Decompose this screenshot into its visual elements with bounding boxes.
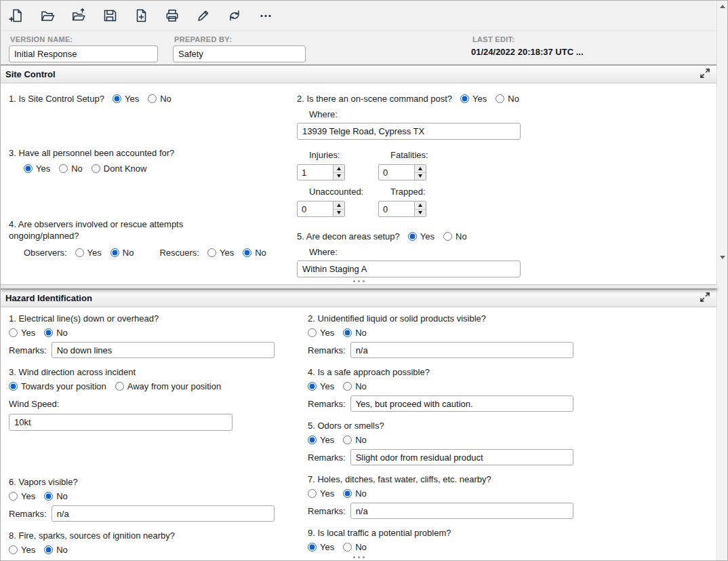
radio-input[interactable] xyxy=(148,94,157,103)
radio-input[interactable] xyxy=(460,94,469,103)
radio-input[interactable] xyxy=(44,328,53,337)
radio-input[interactable] xyxy=(496,94,504,103)
radio-option[interactable]: No xyxy=(343,381,367,391)
spinner-up-button[interactable] xyxy=(415,165,426,173)
radio-option[interactable]: Away from your position xyxy=(115,381,222,391)
radio-option[interactable]: No xyxy=(44,328,68,338)
radio-option[interactable]: Yes xyxy=(308,435,334,445)
open-button[interactable] xyxy=(39,7,56,24)
radio-input[interactable] xyxy=(343,328,352,337)
radio-input[interactable] xyxy=(110,248,119,257)
spinner-up-button[interactable] xyxy=(415,201,426,210)
scroll-down-button[interactable] xyxy=(717,252,728,263)
radio-input[interactable] xyxy=(243,248,251,257)
add-document-button[interactable] xyxy=(133,7,149,24)
radio-input[interactable] xyxy=(9,382,18,391)
print-button[interactable] xyxy=(164,7,180,24)
radio-option[interactable]: Yes xyxy=(308,381,334,391)
radio-option[interactable]: Yes xyxy=(308,488,334,499)
q1-remarks-input[interactable] xyxy=(52,342,275,358)
vertical-scrollbar[interactable] xyxy=(716,1,727,560)
radio-input[interactable] xyxy=(308,382,317,391)
radio-input[interactable] xyxy=(44,492,53,501)
spinner-down-button[interactable] xyxy=(333,210,344,217)
radio-input[interactable] xyxy=(44,545,53,554)
trapped-input[interactable] xyxy=(379,201,414,216)
radio-option[interactable]: Yes xyxy=(308,542,334,552)
radio-input[interactable] xyxy=(75,248,84,257)
radio-option[interactable]: No xyxy=(343,435,367,445)
radio-option[interactable]: Yes xyxy=(113,94,139,104)
expand-section-button[interactable] xyxy=(699,69,711,81)
radio-input[interactable] xyxy=(443,232,452,241)
radio-option[interactable]: Yes xyxy=(408,231,434,241)
more-options-button[interactable] xyxy=(258,7,274,24)
radio-option[interactable]: No xyxy=(44,545,68,555)
radio-option[interactable]: No xyxy=(343,488,367,499)
refresh-button[interactable] xyxy=(226,7,243,24)
save-button[interactable] xyxy=(102,7,118,24)
radio-input[interactable] xyxy=(343,489,352,498)
radio-option[interactable]: Dont Know xyxy=(92,163,147,174)
radio-option[interactable]: Yes xyxy=(9,328,35,338)
new-document-button[interactable] xyxy=(8,7,24,24)
section-resize-grip[interactable] xyxy=(1,280,717,282)
radio-option[interactable]: No xyxy=(343,542,367,552)
section-resize-grip[interactable] xyxy=(1,556,717,558)
section-splitter[interactable] xyxy=(1,284,717,289)
radio-option[interactable]: No xyxy=(148,94,171,104)
q2-remarks-input[interactable] xyxy=(350,342,573,358)
radio-option[interactable]: Yes xyxy=(24,163,50,174)
command-post-where-input[interactable] xyxy=(297,123,521,140)
expand-section-button[interactable] xyxy=(699,292,711,305)
spinner-down-button[interactable] xyxy=(415,210,426,217)
radio-input[interactable] xyxy=(343,436,352,444)
radio-input[interactable] xyxy=(92,164,100,173)
q5-remarks-input[interactable] xyxy=(350,449,573,465)
export-button[interactable] xyxy=(70,7,87,24)
prepared-by-input[interactable] xyxy=(173,45,306,62)
decon-where-input[interactable] xyxy=(297,260,521,277)
radio-option[interactable]: Yes xyxy=(75,248,102,258)
radio-option[interactable]: Yes xyxy=(9,545,35,555)
radio-option[interactable]: No xyxy=(343,328,367,338)
version-name-input[interactable] xyxy=(9,45,158,62)
fatalities-input[interactable] xyxy=(379,165,414,180)
unaccounted-input[interactable] xyxy=(298,201,333,216)
edit-button[interactable] xyxy=(195,7,211,24)
radio-input[interactable] xyxy=(24,164,33,173)
radio-option[interactable]: Yes xyxy=(9,491,35,501)
q7-remarks-input[interactable] xyxy=(350,503,573,519)
spinner-down-button[interactable] xyxy=(333,173,344,180)
injuries-input[interactable] xyxy=(298,165,333,180)
spinner-up-button[interactable] xyxy=(333,201,344,210)
radio-input[interactable] xyxy=(308,543,317,552)
radio-input[interactable] xyxy=(343,382,352,391)
radio-input[interactable] xyxy=(9,545,18,554)
scroll-up-button[interactable] xyxy=(717,1,728,12)
radio-input[interactable] xyxy=(308,328,317,337)
radio-input[interactable] xyxy=(308,489,317,498)
radio-option[interactable]: No xyxy=(59,163,83,174)
radio-option[interactable]: Yes xyxy=(308,328,334,338)
radio-option[interactable]: No xyxy=(496,94,519,104)
radio-input[interactable] xyxy=(308,436,317,444)
radio-input[interactable] xyxy=(343,543,352,552)
radio-option[interactable]: Yes xyxy=(207,248,234,258)
wind-speed-input[interactable] xyxy=(9,414,232,431)
radio-input[interactable] xyxy=(9,328,18,337)
radio-option[interactable]: Towards your position xyxy=(9,381,106,391)
radio-option[interactable]: No xyxy=(243,248,266,258)
radio-input[interactable] xyxy=(408,232,417,241)
radio-input[interactable] xyxy=(59,164,68,173)
radio-option[interactable]: No xyxy=(44,491,68,501)
q6-remarks-input[interactable] xyxy=(52,505,275,522)
radio-option[interactable]: Yes xyxy=(460,94,487,104)
radio-input[interactable] xyxy=(9,492,18,501)
q4-remarks-input[interactable] xyxy=(350,395,573,412)
radio-input[interactable] xyxy=(113,94,121,103)
spinner-up-button[interactable] xyxy=(333,165,344,173)
radio-option[interactable]: No xyxy=(443,231,467,241)
radio-option[interactable]: No xyxy=(110,248,134,258)
radio-input[interactable] xyxy=(115,382,124,391)
